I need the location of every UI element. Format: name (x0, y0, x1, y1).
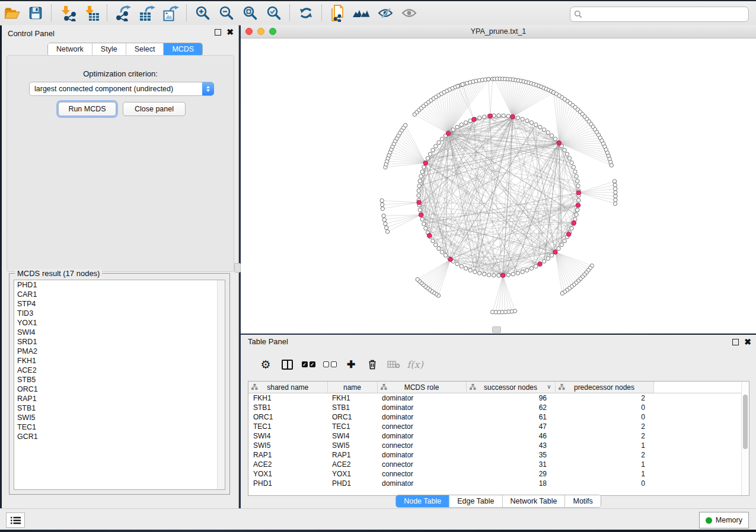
network-node[interactable] (563, 148, 566, 152)
network-node[interactable] (534, 264, 538, 268)
horizontal-splitter-handle[interactable] (492, 326, 501, 333)
first-neighbors-button[interactable] (350, 3, 374, 23)
network-leaf-node[interactable] (614, 194, 617, 198)
mcds-result-item[interactable]: FKH1 (14, 356, 225, 366)
network-node[interactable] (418, 208, 422, 211)
mcds-result-item[interactable]: STP4 (14, 299, 225, 309)
network-node[interactable] (460, 123, 463, 126)
network-leaf-node[interactable] (560, 291, 564, 295)
save-session-button[interactable] (24, 3, 47, 23)
network-node[interactable] (426, 156, 429, 160)
network-node[interactable] (418, 179, 422, 182)
close-panel-button[interactable]: Close panel (123, 102, 186, 116)
network-mcds-node[interactable] (446, 131, 450, 135)
table-scrollbar-thumb[interactable] (743, 395, 748, 449)
table-settings-button[interactable]: ⚙ (255, 355, 276, 374)
network-node[interactable] (516, 116, 519, 120)
zoom-out-button[interactable] (215, 3, 238, 23)
network-leaf-node[interactable] (613, 180, 616, 183)
network-node[interactable] (546, 131, 550, 134)
network-leaf-node[interactable] (614, 191, 617, 194)
network-node[interactable] (419, 174, 423, 178)
network-node[interactable] (576, 184, 580, 188)
network-leaf-node[interactable] (380, 198, 384, 202)
mcds-result-item[interactable]: PMA2 (14, 347, 225, 356)
network-mcds-node[interactable] (557, 141, 561, 145)
network-node[interactable] (437, 246, 441, 250)
network-node[interactable] (542, 259, 546, 263)
mcds-result-item[interactable]: SWI4 (14, 328, 225, 337)
zoom-selected-button[interactable] (262, 3, 286, 23)
export-image-button[interactable] (159, 3, 183, 23)
memory-button[interactable]: Memory (699, 512, 749, 528)
vertical-splitter-handle[interactable] (234, 263, 241, 273)
network-mcds-node[interactable] (423, 161, 428, 165)
network-node[interactable] (431, 239, 435, 242)
network-mcds-node[interactable] (511, 114, 515, 118)
network-leaf-node[interactable] (487, 78, 490, 81)
network-node[interactable] (424, 226, 428, 230)
network-node[interactable] (575, 174, 578, 178)
network-node[interactable] (482, 273, 486, 276)
network-mcds-node[interactable] (538, 262, 542, 266)
column-header-predecessor-nodes[interactable]: predecessor nodes (555, 382, 653, 393)
network-leaf-node[interactable] (380, 203, 384, 206)
network-node[interactable] (534, 123, 538, 126)
network-node[interactable] (455, 125, 459, 129)
network-mcds-node[interactable] (417, 200, 421, 204)
table-row[interactable]: SWI5SWI5connector431 (248, 441, 742, 450)
mcds-result-item[interactable]: GCR1 (14, 432, 225, 441)
tab-select[interactable]: Select (126, 43, 164, 56)
network-node[interactable] (417, 194, 420, 197)
tab-node-table[interactable]: Node Table (396, 495, 449, 507)
network-node[interactable] (422, 222, 426, 226)
mcds-result-item[interactable]: TID3 (14, 309, 225, 318)
network-leaf-node[interactable] (613, 187, 617, 190)
table-row[interactable]: ORC1ORC1dominator610 (248, 412, 742, 422)
network-leaf-node[interactable] (461, 82, 464, 86)
tab-edge-table[interactable]: Edge Table (449, 495, 502, 507)
network-node[interactable] (570, 161, 573, 164)
table-row[interactable]: ACE2ACE2connector311 (248, 460, 742, 469)
network-leaf-node[interactable] (403, 123, 407, 127)
select-all-button[interactable]: ✓✓ (298, 355, 319, 374)
mcds-result-item[interactable]: STB5 (14, 375, 225, 384)
apply-layout-button[interactable] (294, 3, 318, 23)
mcds-result-item[interactable]: CAR1 (14, 290, 225, 299)
create-column-button[interactable] (276, 355, 298, 374)
network-node[interactable] (434, 145, 438, 148)
mcds-result-item[interactable]: PHD1 (14, 280, 225, 290)
network-canvas[interactable] (241, 38, 756, 334)
new-network-from-selection-button[interactable] (326, 3, 350, 23)
network-node[interactable] (565, 152, 569, 156)
network-mcds-node[interactable] (472, 117, 476, 121)
column-header-successor-nodes[interactable]: successor nodes∨ (466, 382, 555, 393)
network-node[interactable] (525, 268, 529, 272)
tab-style[interactable]: Style (92, 43, 126, 56)
tab-mcds[interactable]: MCDS (164, 43, 202, 56)
mcds-result-item[interactable]: ACE2 (14, 366, 225, 375)
network-mcds-node[interactable] (566, 232, 570, 236)
zoom-in-button[interactable] (191, 3, 215, 23)
network-node[interactable] (460, 264, 463, 268)
network-node[interactable] (529, 121, 533, 124)
network-leaf-node[interactable] (614, 198, 617, 201)
network-node[interactable] (525, 119, 529, 123)
network-node[interactable] (477, 271, 481, 275)
optimization-criterion-select[interactable]: largest connected component (undirected) (29, 82, 214, 96)
network-node[interactable] (567, 156, 571, 160)
network-node[interactable] (506, 114, 510, 118)
table-row[interactable]: TEC1TEC1connector472 (248, 422, 742, 431)
zoom-fit-button[interactable] (238, 3, 262, 23)
table-row[interactable]: RAP1RAP1dominator352 (248, 450, 742, 460)
network-node[interactable] (477, 116, 481, 120)
show-all-button[interactable] (397, 3, 421, 23)
network-node[interactable] (492, 274, 496, 277)
network-leaf-node[interactable] (384, 226, 388, 229)
network-node[interactable] (521, 117, 524, 121)
table-row[interactable]: PHD1PHD1dominator180 (248, 479, 742, 488)
tab-network[interactable]: Network (48, 43, 92, 56)
network-mcds-node[interactable] (448, 257, 452, 261)
network-leaf-node[interactable] (382, 214, 385, 217)
network-node[interactable] (464, 121, 467, 124)
